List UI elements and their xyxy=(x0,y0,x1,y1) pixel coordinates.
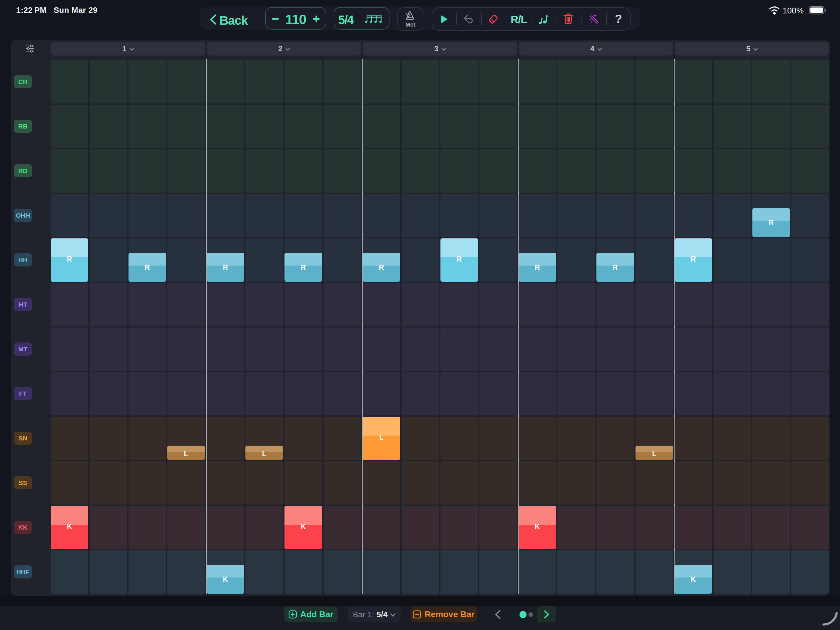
svg-text:100%: 100% xyxy=(783,6,804,15)
